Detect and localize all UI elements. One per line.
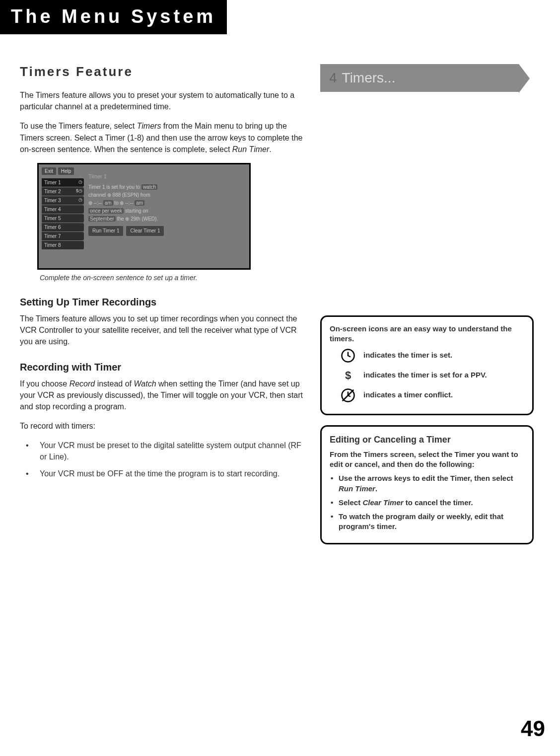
- screenshot-help-button: Help: [58, 167, 74, 175]
- screenshot-tab-timer-7: Timer 7: [42, 232, 84, 240]
- editing-callout-title: Editing or Canceling a Timer: [330, 434, 524, 446]
- list-item: Select Clear Timer to cancel the timer.: [330, 498, 524, 508]
- clock-icon: ◷: [78, 179, 82, 184]
- screenshot-sentence-area: Timer 1 Timer 1 is set for you to watch …: [88, 172, 245, 236]
- banner-label: Timers...: [342, 70, 396, 85]
- screenshot-run-timer-button: Run Timer 1: [88, 226, 123, 236]
- list-item: Use the arrows keys to edit the Timer, t…: [330, 473, 524, 494]
- screenshot-exit-button: Exit: [42, 167, 56, 175]
- setting-up-paragraph: The Timers feature allows you to set up …: [20, 313, 308, 348]
- editing-callout-lead: From the Timers screen, select the Timer…: [330, 450, 524, 470]
- editing-callout-box: Editing or Canceling a Timer From the Ti…: [320, 425, 534, 544]
- section-title: Timers Feature: [20, 64, 308, 79]
- right-column: 4Timers... On-screen icons are an easy w…: [320, 64, 534, 554]
- recording-paragraph-2: To record with timers:: [20, 420, 308, 432]
- screenshot-tab-timer-2: Timer 2$◷: [42, 187, 84, 196]
- screenshot-caption: Complete the on-screen sentence to set u…: [40, 274, 308, 282]
- screenshot-tab-timer-6: Timer 6: [42, 223, 84, 231]
- list-item: Your VCR must be OFF at the time the pro…: [20, 468, 308, 479]
- intro-paragraph-1: The Timers feature allows you to preset …: [20, 89, 308, 112]
- recording-bullet-list: Your VCR must be preset to the digital s…: [20, 440, 308, 479]
- screenshot-clear-timer-button: Clear Timer 1: [126, 226, 164, 236]
- icons-callout-lead: On-screen icons are an easy way to under…: [330, 324, 524, 344]
- icon-label-set: indicates the timer is set.: [363, 350, 452, 360]
- screenshot-tab-timer-5: Timer 5: [42, 214, 84, 223]
- screenshot-tab-timer-1: Timer 1◷: [42, 178, 84, 187]
- conflict-icon: [340, 387, 356, 404]
- dollar-icon: $◷: [76, 188, 82, 193]
- page-number: 49: [521, 716, 545, 741]
- subheading-recording: Recording with Timer: [20, 362, 308, 373]
- timers-screenshot: Exit Help Timer 1◷ Timer 2$◷ Timer 3◷ Ti…: [37, 163, 251, 270]
- banner-number: 4: [329, 70, 337, 85]
- icon-label-ppv: indicates the timer is set for a PPV.: [363, 370, 487, 380]
- dollar-icon: $: [340, 367, 356, 384]
- intro-paragraph-2: To use the Timers feature, select Timers…: [20, 120, 308, 155]
- screenshot-panel-title: Timer 1: [88, 172, 245, 181]
- subheading-setting-up: Setting Up Timer Recordings: [20, 297, 308, 308]
- icons-callout-box: On-screen icons are an easy way to under…: [320, 315, 534, 415]
- list-item: To watch the program daily or weekly, ed…: [330, 512, 524, 532]
- screenshot-tab-timer-3: Timer 3◷: [42, 196, 84, 205]
- svg-line-2: [343, 389, 354, 401]
- screenshot-tab-timer-4: Timer 4: [42, 205, 84, 214]
- chapter-header: The Menu System: [0, 0, 227, 34]
- timers-menu-banner: 4Timers...: [320, 64, 519, 92]
- screenshot-timer-tabs: Timer 1◷ Timer 2$◷ Timer 3◷ Timer 4 Time…: [42, 178, 84, 250]
- clock-icon: [340, 347, 356, 364]
- recording-paragraph-1: If you choose Record instead of Watch wh…: [20, 378, 308, 413]
- list-item: Your VCR must be preset to the digital s…: [20, 440, 308, 462]
- left-column: Timers Feature The Timers feature allows…: [20, 64, 308, 554]
- icon-label-conflict: indicates a timer conflict.: [363, 390, 453, 400]
- screenshot-tab-timer-8: Timer 8: [42, 241, 84, 249]
- clock-icon: ◷: [78, 197, 82, 202]
